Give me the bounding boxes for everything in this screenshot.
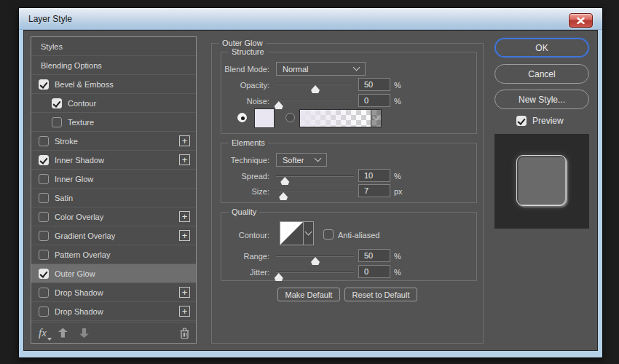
cancel-button[interactable]: Cancel [494,64,589,84]
dialog-title: Layer Style [28,8,72,30]
sidebar-item-label: Outer Glow [55,269,95,278]
opacity-label: Opacity: [221,79,269,92]
jitter-slider-thumb[interactable] [274,273,283,281]
spread-input[interactable] [358,169,390,182]
glow-color-swatch[interactable] [254,108,275,128]
size-slider[interactable] [276,191,354,192]
sidebar-item-contour[interactable]: Contour [31,94,196,113]
preview-styled-shape [516,155,567,206]
move-effect-up-icon[interactable] [58,328,68,338]
sidebar-item-label: Bevel & Emboss [55,80,114,89]
contour-thumbnail[interactable] [280,221,304,245]
gradient-radio[interactable] [285,113,295,122]
size-slider-thumb[interactable] [279,192,288,200]
effect-checkbox-color-overlay[interactable] [39,212,49,222]
noise-slider-thumb[interactable] [274,101,283,109]
structure-legend: Structure [229,47,267,57]
jitter-input[interactable] [358,265,390,278]
dialog-content: StylesBlending OptionsBevel & EmbossCont… [23,30,598,351]
sidebar-item-stroke[interactable]: Stroke [31,132,196,151]
noise-slider[interactable] [276,100,354,101]
range-slider-thumb[interactable] [311,257,320,265]
add-effect-instance-button[interactable] [179,287,190,298]
sidebar-item-label: Color Overlay [55,213,103,221]
sidebar-item-label: Inner Shadow [55,156,104,165]
spread-slider[interactable] [276,175,354,177]
contour-dropdown-button[interactable] [304,221,314,245]
sidebar-item-gradient-overlay[interactable]: Gradient Overlay [31,226,196,245]
elements-legend: Elements [229,138,268,148]
color-radio[interactable] [237,113,247,122]
preview-checkbox[interactable] [516,116,527,126]
range-input[interactable] [358,249,390,262]
opacity-input[interactable] [358,78,390,91]
effect-checkbox-drop-shadow[interactable] [39,288,49,298]
range-slider[interactable] [276,256,354,257]
effect-checkbox-inner-shadow[interactable] [39,155,49,165]
add-effect-instance-button[interactable] [179,230,190,241]
effect-checkbox-satin[interactable] [39,193,49,203]
chevron-down-icon [315,155,322,162]
move-effect-down-icon[interactable] [79,328,89,338]
sidebar-item-bevel-emboss[interactable]: Bevel & Emboss [31,75,196,94]
sidebar-item-drop-shadow[interactable]: Drop Shadow [31,283,196,302]
add-effect-instance-button[interactable] [179,154,190,165]
quality-legend: Quality [229,207,259,217]
effect-checkbox-outer-glow[interactable] [39,269,49,279]
sidebar-item-label: Styles [41,42,63,51]
reset-to-default-button[interactable]: Reset to Default [344,288,417,301]
gradient-picker[interactable] [299,109,382,127]
add-effect-instance-button[interactable] [179,135,190,146]
jitter-label: Jitter: [221,266,269,279]
style-preview-thumbnail [494,134,589,229]
delete-effect-button[interactable] [179,327,190,342]
close-icon [577,17,585,24]
effect-checkbox-bevel-emboss[interactable] [39,79,49,90]
ok-button[interactable]: OK [494,38,589,58]
sidebar-item-texture[interactable]: Texture [31,113,196,132]
sidebar-item-label: Texture [68,118,94,127]
sidebar-item-label: Gradient Overlay [55,232,115,240]
opacity-slider[interactable] [276,84,354,85]
fx-label: fx [39,327,47,339]
blend-mode-select[interactable]: Normal [276,62,366,76]
opacity-slider-thumb[interactable] [311,85,320,93]
effect-checkbox-gradient-overlay[interactable] [39,231,49,241]
add-effect-instance-button[interactable] [179,211,190,222]
effect-checkbox-pattern-overlay[interactable] [39,250,49,260]
range-label: Range: [221,250,269,263]
jitter-slider[interactable] [276,272,354,273]
noise-label: Noise: [221,95,269,108]
sidebar-item-label: Pattern Overlay [55,250,110,259]
effect-checkbox-drop-shadow[interactable] [39,306,49,317]
spread-slider-thumb[interactable] [280,177,290,185]
sidebar-item-inner-glow[interactable]: Inner Glow [31,170,196,189]
size-input[interactable] [358,184,390,197]
size-unit: px [394,186,403,197]
effect-checkbox-stroke[interactable] [39,136,49,146]
sidebar-item-pattern-overlay[interactable]: Pattern Overlay [31,245,196,264]
fx-menu-button[interactable]: fx [39,326,47,339]
technique-select[interactable]: Softer [276,153,327,167]
make-default-button[interactable]: Make Default [277,288,340,301]
sidebar-item-styles[interactable]: Styles [31,37,196,56]
titlebar[interactable]: Layer Style [19,8,602,30]
sidebar-item-satin[interactable]: Satin [31,189,196,207]
effect-checkbox-inner-glow[interactable] [39,174,49,184]
anti-aliased-checkbox[interactable] [323,229,334,240]
sidebar-item-blending-options[interactable]: Blending Options [31,56,196,75]
gradient-dropdown-button[interactable] [371,110,381,127]
sidebar-item-color-overlay[interactable]: Color Overlay [31,207,196,226]
sidebar-item-outer-glow[interactable]: Outer Glow [31,264,196,283]
sidebar-item-inner-shadow[interactable]: Inner Shadow [31,151,196,170]
effect-checkbox-texture[interactable] [52,117,62,127]
new-style-button[interactable]: New Style... [494,90,589,109]
effect-checkbox-contour[interactable] [52,98,62,108]
sidebar-item-drop-shadow[interactable]: Drop Shadow [31,302,196,321]
sidebar-item-label: Drop Shadow [55,288,103,297]
outer-glow-panel: Outer Glow Structure Blend Mode: Normal … [211,43,484,344]
noise-input[interactable] [358,94,390,107]
sidebar-item-label: Stroke [55,137,78,146]
add-effect-instance-button[interactable] [179,306,190,317]
close-button[interactable] [569,13,593,28]
